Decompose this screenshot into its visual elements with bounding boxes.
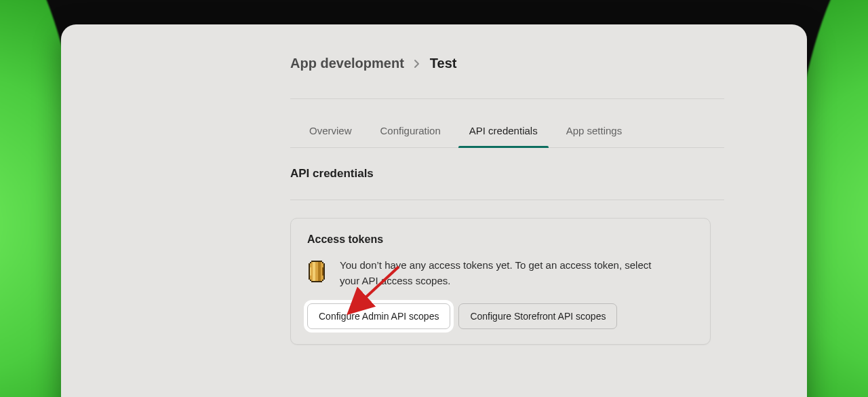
svg-rect-3 — [318, 262, 321, 281]
svg-rect-4 — [310, 267, 311, 276]
tab-configuration[interactable]: Configuration — [380, 118, 441, 147]
app-window: App development Test Overview Configurat… — [61, 24, 807, 397]
tab-app-settings[interactable]: App settings — [566, 118, 623, 147]
configure-storefront-api-scopes-button[interactable]: Configure Storefront API scopes — [458, 303, 617, 329]
svg-rect-10 — [310, 280, 311, 281]
svg-rect-9 — [322, 262, 323, 263]
svg-rect-12 — [309, 263, 310, 280]
svg-rect-7 — [311, 281, 322, 282]
svg-rect-6 — [311, 261, 322, 262]
tab-overview[interactable]: Overview — [309, 118, 352, 147]
page-title: API credentials — [290, 167, 724, 181]
access-tokens-card: Access tokens — [290, 218, 711, 345]
chevron-right-icon — [414, 59, 420, 69]
card-body-text: You don’t have any access tokens yet. To… — [340, 258, 672, 288]
breadcrumb-root[interactable]: App development — [290, 56, 404, 71]
svg-rect-1 — [310, 263, 323, 280]
coin-icon — [307, 259, 326, 284]
card-title: Access tokens — [307, 233, 694, 246]
divider — [290, 200, 724, 200]
tabs: Overview Configuration API credentials A… — [290, 118, 724, 148]
card-actions: Configure Admin API scopes Configure Sto… — [307, 303, 694, 329]
svg-rect-5 — [322, 267, 323, 276]
breadcrumb: App development Test — [290, 56, 724, 71]
svg-rect-13 — [323, 263, 325, 280]
breadcrumb-current: Test — [430, 56, 457, 71]
svg-rect-11 — [322, 280, 323, 281]
configure-admin-api-scopes-button[interactable]: Configure Admin API scopes — [307, 303, 450, 329]
divider — [290, 98, 724, 99]
svg-rect-8 — [310, 262, 311, 263]
svg-rect-2 — [313, 262, 315, 281]
tab-api-credentials[interactable]: API credentials — [469, 118, 538, 147]
